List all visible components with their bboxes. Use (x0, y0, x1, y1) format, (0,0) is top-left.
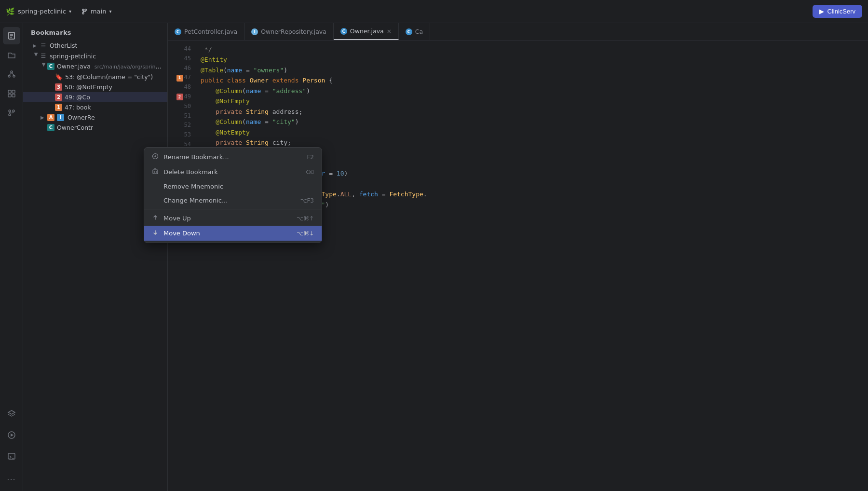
otherlist-list-icon: ☰ (40, 41, 47, 49)
svg-point-2 (85, 9, 87, 11)
code-line-53: @Column(name = "city") (201, 117, 868, 127)
plugins-nav-icon[interactable] (3, 85, 20, 102)
svg-rect-14 (8, 94, 11, 97)
tree-item-bm-50[interactable]: 3 50: @NotEmpty (23, 82, 167, 92)
code-line-49: @Column(name = "address") (201, 86, 868, 96)
otherlist-label: OtherList (50, 42, 77, 49)
menu-item-move-up[interactable]: Move Up ⌥⌘↑ (144, 211, 322, 226)
delete-shortcut: ⌫ (306, 169, 314, 176)
terminal-nav-icon[interactable] (3, 448, 20, 465)
svg-point-1 (82, 12, 84, 14)
menu-item-remove-mnemonic[interactable]: Remove Mnemonic (144, 179, 322, 193)
svg-rect-13 (12, 90, 15, 93)
ln-47: 147 (168, 73, 191, 82)
delete-label: Delete Bookmark (163, 168, 218, 176)
editor-area: C PetController.java I OwnerRepository.j… (168, 23, 868, 491)
spring-petclinic-label: spring-petclinic (50, 53, 96, 60)
svg-line-10 (9, 73, 12, 75)
petcontroller-tab-label: PetController.java (184, 28, 237, 35)
ownercont-c-badge: C (47, 124, 54, 131)
ln-46: 46 (168, 64, 191, 73)
tree-item-bm-47[interactable]: 1 47: book (23, 102, 167, 112)
clinicserv-button[interactable]: ▶ ClinicServ (813, 5, 862, 18)
svg-point-18 (9, 114, 11, 116)
owner-java-badge: C (47, 63, 54, 70)
menu-item-delete[interactable]: Delete Bookmark ⌫ (144, 164, 322, 179)
move-up-shortcut: ⌥⌘↑ (297, 215, 314, 222)
ln-51: 51 (168, 111, 191, 121)
ownerrepo-label: OwnerRe (68, 114, 95, 121)
svg-point-0 (82, 9, 84, 11)
project-chevron-icon: ▾ (69, 9, 71, 14)
ca-tab-icon: C (406, 28, 412, 35)
otherlist-arrow: ▶ (33, 43, 40, 48)
clinicserv-play-icon: ▶ (819, 8, 824, 15)
tree-item-bm-53[interactable]: 🔖 53: @Column(name = "city") (23, 71, 167, 82)
tab-ca[interactable]: C Ca (399, 23, 430, 40)
bookmarks-nav-icon[interactable] (3, 27, 20, 44)
branch-selector[interactable]: main ▾ (81, 8, 112, 15)
folder-nav-icon[interactable] (3, 46, 20, 64)
menu-item-move-down[interactable]: Move Down ⌥⌘↓ (144, 226, 322, 241)
more-nav-icon[interactable]: ··· (3, 471, 20, 488)
move-down-shortcut: ⌥⌘↓ (297, 230, 314, 237)
ca-tab-label: Ca (415, 28, 423, 35)
owner-java-label: Owner.java src/main/java/org/springfra (57, 63, 163, 70)
spring-petclinic-arrow: ▶ (34, 53, 39, 59)
rename-icon (152, 153, 160, 161)
tab-petcontroller[interactable]: C PetController.java (168, 23, 244, 40)
ln-50: 50 (168, 102, 191, 111)
ln-48: 48 (168, 82, 191, 92)
tree-item-spring-petclinic[interactable]: ▶ ☰ spring-petclinic (23, 51, 167, 61)
clinicserv-label: ClinicServ (827, 8, 855, 15)
run-nav-icon[interactable] (3, 426, 20, 444)
svg-point-17 (13, 110, 14, 112)
top-bar-right: ▶ ClinicServ (813, 5, 862, 18)
code-line-51: private String address; (201, 107, 868, 117)
svg-rect-24 (153, 170, 158, 174)
owner-tab-label: Owner.java (350, 27, 384, 35)
ownerrepository-tab-label: OwnerRepository.java (261, 28, 326, 35)
branch-name: main (91, 8, 106, 15)
change-mnemonic-label: Change Mnemonic... (163, 197, 228, 204)
branch-chevron-icon: ▾ (109, 9, 111, 14)
bm-50-badge: 3 (55, 83, 62, 91)
tree-item-bm-49[interactable]: 2 49: @Co (23, 92, 167, 102)
svg-rect-12 (8, 90, 11, 93)
ln-49: 249 (168, 92, 191, 102)
menu-item-change-mnemonic[interactable]: Change Mnemonic... ⌥F3 (144, 193, 322, 207)
tab-owner[interactable]: C Owner.java × (334, 23, 399, 40)
main-layout: ··· Bookmarks ▶ ☰ OtherList ▶ ☰ spring-p… (0, 23, 868, 491)
layers-nav-icon[interactable] (3, 405, 20, 423)
ownerrepo-a-badge: A (47, 114, 54, 121)
git-nav-icon[interactable] (3, 104, 20, 122)
side-panel: Bookmarks ▶ ☰ OtherList ▶ ☰ spring-petcl… (23, 23, 168, 491)
svg-line-11 (12, 73, 14, 75)
ln-47-badge: 1 (176, 75, 183, 82)
project-icon: 🌿 (6, 7, 15, 16)
ownerrepository-tab-icon: I (251, 28, 258, 35)
project-selector[interactable]: 🌿 spring-petclinic ▾ (6, 7, 71, 16)
tree-item-owner-java[interactable]: ▶ C Owner.java src/main/java/org/springf… (23, 61, 167, 71)
petcontroller-tab-icon: C (175, 28, 181, 35)
owner-tab-close[interactable]: × (387, 28, 392, 35)
code-line-50: @NotEmpty (201, 96, 868, 106)
bm-47-badge: 1 (55, 104, 62, 111)
top-bar: 🌿 spring-petclinic ▾ main ▾ ▶ ClinicServ (0, 0, 868, 23)
branch-icon (81, 8, 88, 15)
ownercont-label: OwnerContr (57, 124, 93, 131)
tabs-bar: C PetController.java I OwnerRepository.j… (168, 23, 868, 41)
tab-ownerrepository[interactable]: I OwnerRepository.java (244, 23, 334, 40)
svg-marker-20 (11, 434, 14, 437)
menu-item-rename[interactable]: Rename Bookmark... F2 (144, 150, 322, 164)
structure-nav-icon[interactable] (3, 66, 20, 83)
menu-separator-1 (144, 209, 322, 209)
tree-item-otherlist[interactable]: ▶ ☰ OtherList (23, 40, 167, 51)
icon-bar: ··· (0, 23, 23, 491)
code-line-55: private String city; (201, 137, 868, 148)
tree-item-ownerrepo[interactable]: ▶ A i OwnerRe (23, 112, 167, 123)
spring-petclinic-list-icon: ☰ (40, 52, 47, 60)
rename-shortcut: F2 (307, 154, 314, 161)
code-content[interactable]: */ @Entity @Table(name = "owners") publi… (197, 41, 868, 491)
tree-item-ownercont[interactable]: C OwnerContr (23, 123, 167, 133)
